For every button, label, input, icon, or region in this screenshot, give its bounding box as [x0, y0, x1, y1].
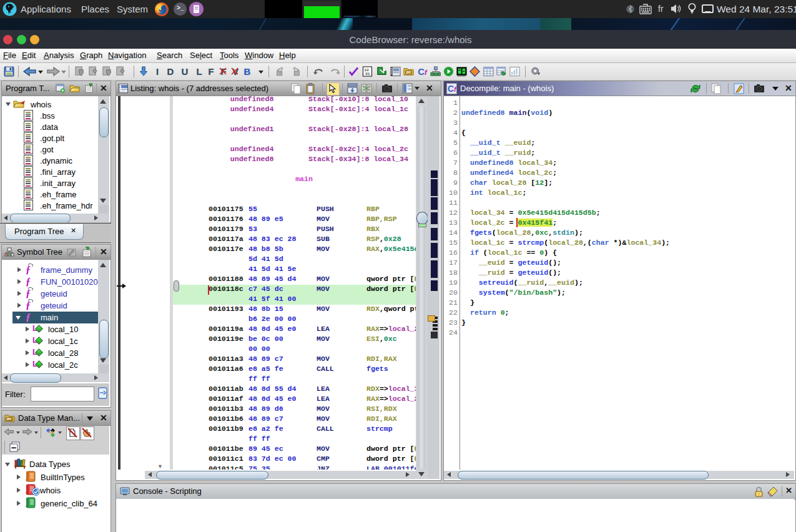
svg-text:DT: DT — [7, 417, 11, 421]
svg-text:DT: DT — [406, 71, 411, 74]
svg-text:01: 01 — [365, 72, 370, 76]
